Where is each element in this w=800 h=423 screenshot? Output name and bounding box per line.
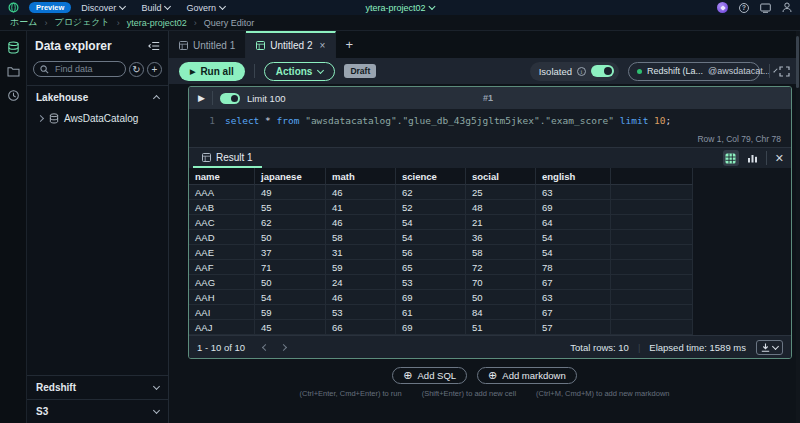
section-label: Lakehouse <box>36 92 88 103</box>
result-footer: 1 - 10 of 10 Total rows: 10 | Elapsed ti… <box>189 335 791 358</box>
table-cell: AAB <box>189 200 255 215</box>
app-logo-icon[interactable] <box>8 2 19 13</box>
scrollbar[interactable] <box>796 31 800 423</box>
table-row[interactable]: AAC6246542164 <box>189 215 693 230</box>
add-icon[interactable]: + <box>147 62 162 77</box>
info-icon[interactable]: i <box>577 67 586 76</box>
table-row[interactable]: AAI5953618467 <box>189 305 693 320</box>
table-cell: AAI <box>189 305 255 320</box>
menu-discover[interactable]: Discover <box>81 3 125 13</box>
table-cell: 69 <box>396 290 466 305</box>
table-cell: AAH <box>189 290 255 305</box>
table-row[interactable]: AAF7159657278 <box>189 260 693 275</box>
table-cell: 55 <box>255 200 326 215</box>
search-icon <box>40 65 49 74</box>
breadcrumb-separator-icon: › <box>44 18 47 28</box>
table-cell <box>611 200 693 215</box>
breadcrumb-item[interactable]: プロジェクト <box>54 16 109 29</box>
user-icon[interactable] <box>782 2 792 13</box>
data-explorer-icon[interactable] <box>7 41 20 54</box>
table-cell: 49 <box>255 185 326 200</box>
table-cell: 21 <box>466 215 536 230</box>
next-page-icon[interactable] <box>281 345 286 350</box>
tab-untitled-1[interactable]: Untitled 1 <box>169 31 246 58</box>
project-selector[interactable]: ytera-project02 <box>365 3 434 13</box>
table-row[interactable]: AAB5541524869 <box>189 200 693 215</box>
breadcrumb-item[interactable]: ホーム <box>10 16 37 29</box>
sidebar-section-s3[interactable]: S3 <box>27 400 168 423</box>
table-cell: 50 <box>255 230 326 245</box>
prev-page-icon[interactable] <box>263 345 268 350</box>
fullscreen-icon[interactable] <box>779 66 790 77</box>
connection-selector[interactable]: Redshift (La... @awsdatacat... <box>628 62 760 81</box>
feedback-icon[interactable] <box>760 3 771 13</box>
actions-button[interactable]: Actions <box>264 62 336 81</box>
chevron-right-icon[interactable] <box>37 115 44 122</box>
help-icon[interactable]: ? <box>739 3 749 13</box>
sql-code-editor[interactable]: 1 select * from "awsdatacatalog"."glue_d… <box>189 109 791 147</box>
result-header: Result 1 ✕ <box>189 147 791 168</box>
result-table-zone: namejapanesemathsciencesocialenglish AAA… <box>189 168 791 335</box>
top-navigation: Preview DiscoverBuildGovern ytera-projec… <box>0 0 800 15</box>
files-icon[interactable] <box>7 66 20 77</box>
run-cell-icon[interactable]: ▶ <box>198 93 205 103</box>
breadcrumb-item[interactable]: ytera-project02 <box>127 18 187 28</box>
menu-govern[interactable]: Govern <box>186 3 225 13</box>
tab-untitled-2[interactable]: Untitled 2× <box>246 31 336 58</box>
table-cell: 41 <box>326 200 396 215</box>
scrollbar-thumb[interactable] <box>796 36 799 88</box>
search-input[interactable] <box>53 63 119 75</box>
table-filler <box>693 168 791 335</box>
refresh-icon[interactable]: ↻ <box>129 62 144 77</box>
search-box[interactable] <box>33 61 126 77</box>
result-tab-label: Result 1 <box>216 152 253 163</box>
table-row[interactable]: AAJ4566695157 <box>189 320 693 335</box>
chevron-down-icon <box>317 66 324 73</box>
app-window: Preview DiscoverBuildGovern ytera-projec… <box>0 0 800 423</box>
notebook-icon <box>256 41 265 50</box>
isolated-control: Isolated i <box>530 62 619 81</box>
table-cell: 69 <box>536 200 611 215</box>
run-all-button[interactable]: ▶ Run all <box>179 62 245 81</box>
chevron-down-icon <box>164 3 171 10</box>
add-sql-button[interactable]: ⊕ Add SQL <box>392 367 467 384</box>
limit-toggle[interactable] <box>220 93 240 104</box>
table-view-button[interactable] <box>723 150 739 166</box>
add-markdown-button[interactable]: ⊕ Add markdown <box>477 367 577 384</box>
table-row[interactable]: AAH5446695063 <box>189 290 693 305</box>
amazon-q-icon[interactable] <box>717 2 728 13</box>
table-row[interactable]: AAD5058543654 <box>189 230 693 245</box>
new-tab-button[interactable]: + <box>336 31 362 58</box>
table-cell: 61 <box>396 305 466 320</box>
keyboard-hint: (Shift+Enter) to add new cell <box>422 389 516 398</box>
menu-build[interactable]: Build <box>141 3 170 13</box>
table-cell: 37 <box>255 245 326 260</box>
table-row[interactable]: AAE3731565854 <box>189 245 693 260</box>
result-tab[interactable]: Result 1 <box>193 148 262 168</box>
table-row[interactable]: AAG5024537067 <box>189 275 693 290</box>
close-result-icon[interactable]: ✕ <box>775 153 784 164</box>
table-cell: 59 <box>326 260 396 275</box>
table-cell: AAE <box>189 245 255 260</box>
history-icon[interactable] <box>7 89 20 102</box>
isolated-label: Isolated <box>539 66 572 77</box>
notebook-icon <box>179 41 188 50</box>
draft-badge: Draft <box>344 64 376 78</box>
isolated-toggle[interactable] <box>591 65 614 77</box>
column-header: name <box>189 168 255 185</box>
sidebar-section-lakehouse[interactable]: Lakehouse <box>27 86 168 109</box>
table-row[interactable]: AAA4946622563 <box>189 185 693 200</box>
divider <box>212 91 213 105</box>
tab-label: Untitled 1 <box>193 40 235 51</box>
close-icon[interactable]: × <box>320 40 326 51</box>
download-button[interactable] <box>756 340 783 355</box>
table-cell: 36 <box>466 230 536 245</box>
chart-view-button[interactable] <box>747 153 758 163</box>
topnav-actions: ? <box>717 2 792 13</box>
table-cell: 58 <box>326 230 396 245</box>
sidebar-section-redshift[interactable]: Redshift <box>27 376 168 399</box>
collapse-panel-icon[interactable] <box>148 41 160 51</box>
table-cell: 57 <box>536 320 611 335</box>
breadcrumb-separator-icon: › <box>117 18 120 28</box>
tree-item-awsdatacatalog[interactable]: AwsDataCatalog <box>27 109 168 128</box>
